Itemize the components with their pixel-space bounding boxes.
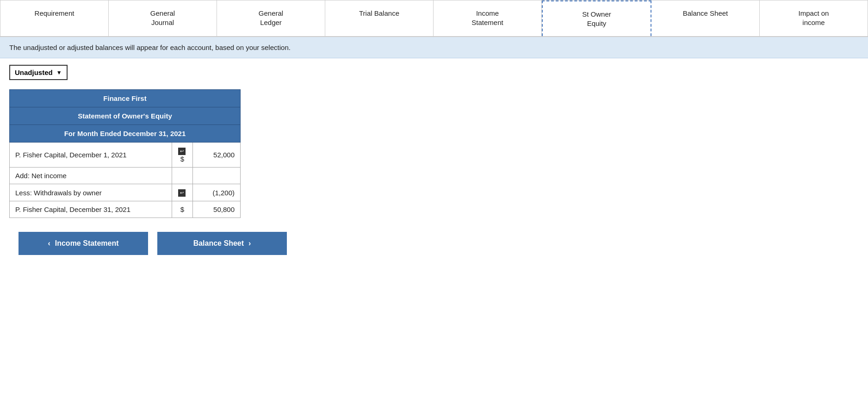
income-statement-btn[interactable]: ‹ Income Statement — [19, 232, 148, 255]
chevron-down-icon: ▼ — [56, 69, 62, 76]
nav-buttons: ‹ Income StatementBalance Sheet › — [19, 232, 859, 255]
statement-title: Statement of Owner's Equity — [10, 107, 241, 125]
unadjusted-dropdown[interactable]: Unadjusted ▼ — [9, 65, 68, 80]
statement-table: Finance First Statement of Owner's Equit… — [9, 89, 241, 218]
prev-arrow-icon: ‹ — [48, 239, 50, 248]
dropdown-label: Unadjusted — [15, 68, 53, 76]
tab-general-journal[interactable]: General Journal — [109, 0, 217, 36]
tab-bar: RequirementGeneral JournalGeneral Ledger… — [0, 0, 868, 37]
tab-balance-sheet[interactable]: Balance Sheet — [651, 0, 760, 36]
tab-impact-on-income[interactable]: Impact on income — [760, 0, 868, 36]
tab-trial-balance[interactable]: Trial Balance — [325, 0, 434, 36]
info-banner: The unadjusted or adjusted balances will… — [0, 37, 868, 58]
table-row: Add: Net income — [10, 168, 241, 184]
tab-requirement[interactable]: Requirement — [0, 0, 109, 36]
statement-period: For Month Ended December 31, 2021 — [10, 125, 241, 143]
table-row: P. Fisher Capital, December 31, 2021$50,… — [10, 201, 241, 218]
next-arrow-icon: › — [248, 239, 251, 248]
table-row: P. Fisher Capital, December 1, 2021↩$52,… — [10, 143, 241, 168]
back-icon: ↩ — [178, 189, 186, 197]
tab-general-ledger[interactable]: General Ledger — [217, 0, 325, 36]
back-icon: ↩ — [178, 148, 186, 155]
balance-sheet-btn[interactable]: Balance Sheet › — [157, 232, 287, 255]
company-name: Finance First — [10, 90, 241, 107]
tab-income-statement[interactable]: Income Statement — [434, 0, 542, 36]
table-row: Less: Withdrawals by owner↩(1,200) — [10, 184, 241, 201]
tab-st-owner-equity[interactable]: St Owner Equity — [542, 0, 651, 36]
